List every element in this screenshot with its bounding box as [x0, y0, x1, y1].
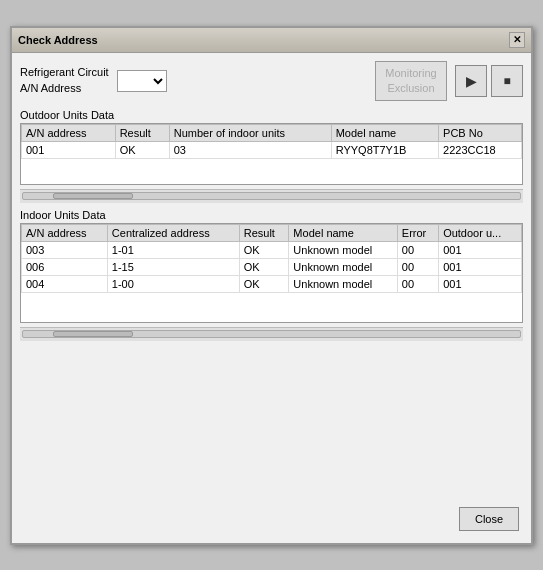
table-row: 0061-15OKUnknown model00001 [22, 258, 522, 275]
outdoor-scrollbar-thumb [53, 193, 133, 199]
address-dropdown[interactable] [117, 70, 167, 92]
outdoor-section-label: Outdoor Units Data [20, 109, 523, 121]
table-row: 001OK03RYYQ8T7Y1B2223CC18 [22, 141, 522, 158]
outdoor-scrollbar-track [22, 192, 521, 200]
footer-bar: Close [20, 501, 523, 535]
window-body: Refrigerant Circuit A/N Address Monitori… [12, 53, 531, 543]
outdoor-table-header: A/N address Result Number of indoor unit… [22, 124, 522, 141]
top-controls: Refrigerant Circuit A/N Address Monitori… [20, 61, 523, 101]
outdoor-table-container: A/N address Result Number of indoor unit… [20, 123, 523, 185]
indoor-col-model: Model name [289, 224, 397, 241]
indoor-scrollbar-thumb [53, 331, 133, 337]
check-address-window: Check Address ✕ Refrigerant Circuit A/N … [10, 26, 533, 545]
table-row: 0031-01OKUnknown model00001 [22, 241, 522, 258]
indoor-table-container: A/N address Centralized address Result M… [20, 223, 523, 323]
indoor-col-outdoor: Outdoor u... [439, 224, 522, 241]
outdoor-col-result: Result [115, 124, 169, 141]
address-label-group: Refrigerant Circuit A/N Address [20, 65, 109, 96]
indoor-scroll-wrapper[interactable]: A/N address Centralized address Result M… [21, 224, 522, 293]
outdoor-col-pcb: PCB No [439, 124, 522, 141]
window-close-button[interactable]: ✕ [509, 32, 525, 48]
indoor-table-header: A/N address Centralized address Result M… [22, 224, 522, 241]
refrigerant-circuit-label: Refrigerant Circuit [20, 65, 109, 80]
title-bar: Check Address ✕ [12, 28, 531, 53]
monitoring-exclusion-label: MonitoringExclusion [385, 66, 436, 95]
play-button[interactable]: ▶ [455, 65, 487, 97]
close-button[interactable]: Close [459, 507, 519, 531]
outdoor-scroll-wrapper[interactable]: A/N address Result Number of indoor unit… [21, 124, 522, 159]
outdoor-table: A/N address Result Number of indoor unit… [21, 124, 522, 159]
indoor-col-centralized: Centralized address [107, 224, 239, 241]
monitoring-exclusion-button: MonitoringExclusion [375, 61, 447, 101]
indoor-col-an: A/N address [22, 224, 108, 241]
indoor-section-label: Indoor Units Data [20, 209, 523, 221]
indoor-table: A/N address Centralized address Result M… [21, 224, 522, 293]
indoor-col-result: Result [239, 224, 289, 241]
an-address-label: A/N Address [20, 81, 109, 96]
playback-buttons: ▶ ■ [455, 65, 523, 97]
table-row: 0041-00OKUnknown model00001 [22, 275, 522, 292]
outdoor-col-num-indoor: Number of indoor units [169, 124, 331, 141]
dropdown-wrapper [117, 70, 167, 92]
stop-button[interactable]: ■ [491, 65, 523, 97]
indoor-scrollbar[interactable] [20, 327, 523, 341]
outdoor-col-model: Model name [331, 124, 438, 141]
indoor-col-error: Error [397, 224, 438, 241]
indoor-scrollbar-track [22, 330, 521, 338]
window-title: Check Address [18, 34, 98, 46]
outdoor-scrollbar[interactable] [20, 189, 523, 203]
outdoor-col-an: A/N address [22, 124, 116, 141]
